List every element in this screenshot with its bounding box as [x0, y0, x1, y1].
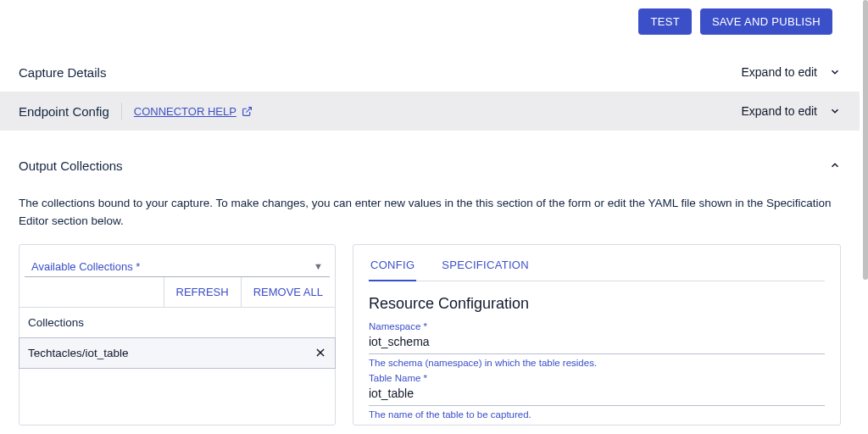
- namespace-field: Namespace * iot_schema The schema (names…: [369, 321, 825, 368]
- save-and-publish-button[interactable]: SAVE AND PUBLISH: [700, 8, 832, 35]
- collections-actions: REFRESH REMOVE ALL: [19, 277, 335, 308]
- capture-details-title: Capture Details: [19, 65, 106, 80]
- available-collections-label: Available Collections *: [31, 260, 140, 273]
- test-button[interactable]: TEST: [638, 8, 691, 35]
- capture-details-expand[interactable]: Expand to edit: [741, 65, 841, 79]
- header-buttons: TEST SAVE AND PUBLISH: [638, 8, 832, 35]
- output-collections-collapse[interactable]: [829, 159, 841, 171]
- connector-help-link[interactable]: CONNECTOR HELP: [134, 105, 253, 118]
- available-collections-select[interactable]: Available Collections * ▼: [25, 252, 330, 277]
- namespace-input[interactable]: iot_schema: [369, 331, 825, 354]
- namespace-label: Namespace *: [369, 321, 825, 331]
- scrollbar[interactable]: [863, 0, 868, 280]
- table-name-field: Table Name * iot_table The name of the t…: [369, 373, 825, 420]
- output-collections-desc: The collections bound to your capture. T…: [0, 185, 860, 244]
- chevron-down-icon: [829, 105, 841, 117]
- tab-specification[interactable]: SPECIFICATION: [440, 250, 531, 281]
- chevron-up-icon: [829, 159, 841, 171]
- svg-line-0: [246, 107, 251, 112]
- table-name-label: Table Name *: [369, 373, 825, 383]
- external-link-icon: [242, 106, 253, 117]
- collections-panel: Available Collections * ▼ REFRESH REMOVE…: [19, 244, 336, 426]
- endpoint-config-title: Endpoint Config: [19, 104, 109, 119]
- collection-item[interactable]: Techtacles/iot_table: [19, 337, 336, 369]
- table-name-input[interactable]: iot_table: [369, 383, 825, 406]
- tab-config[interactable]: CONFIG: [369, 250, 416, 281]
- close-icon[interactable]: [314, 347, 326, 359]
- collection-item-name: Techtacles/iot_table: [28, 347, 129, 359]
- config-tabs: CONFIG SPECIFICATION: [369, 250, 825, 281]
- connector-help-label: CONNECTOR HELP: [134, 105, 236, 118]
- chevron-down-icon: [829, 66, 841, 78]
- divider: [121, 103, 122, 120]
- collections-header: Collections: [19, 308, 335, 338]
- table-name-help: The name of the table to be captured.: [369, 409, 825, 420]
- capture-details-row: Capture Details Expand to edit: [0, 53, 860, 92]
- remove-all-button[interactable]: REMOVE ALL: [241, 277, 335, 307]
- output-collections-title: Output Collections: [19, 159, 123, 173]
- refresh-button[interactable]: REFRESH: [164, 277, 241, 307]
- expand-text: Expand to edit: [741, 65, 817, 79]
- expand-text: Expand to edit: [741, 104, 817, 118]
- endpoint-config-expand[interactable]: Expand to edit: [741, 104, 841, 118]
- caret-down-icon: ▼: [314, 261, 323, 271]
- namespace-help: The schema (namespace) in which the tabl…: [369, 358, 825, 368]
- endpoint-config-row: Endpoint Config CONNECTOR HELP Expand to…: [0, 92, 860, 131]
- output-collections-row: Output Collections: [0, 146, 860, 185]
- resource-config-heading: Resource Configuration: [369, 295, 825, 313]
- config-panel: CONFIG SPECIFICATION Resource Configurat…: [353, 244, 841, 426]
